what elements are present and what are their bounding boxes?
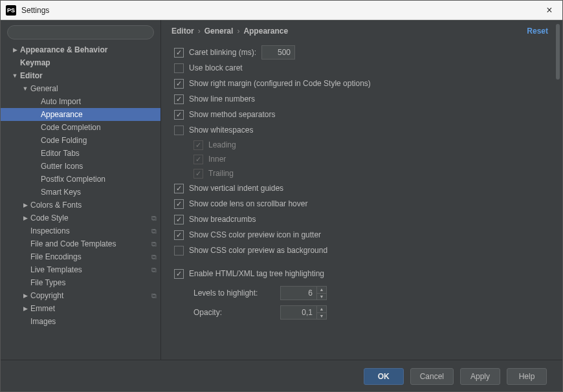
show-whitespaces-label: Show whitespaces: [189, 125, 253, 135]
sidebar-item-live-templates[interactable]: Live Templates⧉: [1, 263, 160, 276]
code-lens-checkbox[interactable]: [174, 199, 184, 209]
sidebar-item-emmet[interactable]: ▶Emmet: [1, 302, 160, 315]
scheme-icon: ⧉: [151, 227, 157, 235]
apply-button[interactable]: Apply: [460, 368, 500, 385]
levels-label: Levels to highlight:: [193, 289, 275, 298]
help-button[interactable]: Help: [507, 368, 547, 385]
scheme-icon: ⧉: [151, 214, 157, 223]
sidebar-item-label: Code Completion: [41, 123, 157, 132]
chevron-down-icon[interactable]: ▼: [21, 85, 29, 92]
sidebar-item-appearance-behavior[interactable]: ▶Appearance & Behavior: [1, 43, 160, 56]
use-block-caret-checkbox[interactable]: [174, 63, 184, 73]
chevron-right-icon[interactable]: ▶: [21, 292, 29, 299]
sidebar-item-file-types[interactable]: File Types: [1, 276, 160, 289]
breadcrumbs-label: Show breadcrumbs: [189, 215, 256, 224]
sidebar-item-label: Editor: [20, 71, 157, 80]
sidebar-item-postfix-completion[interactable]: Postfix Completion: [1, 173, 160, 186]
ok-button[interactable]: OK: [364, 368, 404, 385]
sidebar-item-label: Gutter Icons: [41, 162, 157, 171]
show-method-separators-checkbox[interactable]: [174, 110, 184, 120]
css-bg-checkbox[interactable]: [174, 246, 184, 256]
caret-blinking-checkbox[interactable]: [174, 48, 184, 58]
sidebar-item-code-style[interactable]: ▶Code Style⧉: [1, 212, 160, 224]
spin-down-icon[interactable]: ▼: [317, 313, 326, 320]
scheme-icon: ⧉: [151, 266, 157, 274]
code-lens-label: Show code lens on scrollbar hover: [189, 199, 307, 208]
breadcrumb-item: Appearance: [243, 27, 288, 36]
chevron-right-icon[interactable]: ▶: [21, 305, 29, 312]
css-gutter-checkbox[interactable]: [174, 230, 184, 240]
spin-up-icon[interactable]: ▲: [317, 306, 326, 313]
tag-tree-label: Enable HTML/XML tag tree highlighting: [189, 269, 324, 278]
sidebar-item-smart-keys[interactable]: Smart Keys: [1, 186, 160, 199]
opacity-input[interactable]: [280, 305, 316, 320]
sidebar-item-images[interactable]: Images: [1, 315, 160, 328]
sidebar-item-gutter-icons[interactable]: Gutter Icons: [1, 160, 160, 173]
scrollbar-thumb[interactable]: [556, 24, 560, 80]
sidebar-item-copyright[interactable]: ▶Copyright⧉: [1, 289, 160, 302]
trailing-label: Trailing: [208, 169, 234, 178]
settings-sidebar: ▶Appearance & BehaviorKeymap▼Editor▼Gene…: [1, 20, 161, 360]
window-title: Settings: [21, 6, 49, 15]
sidebar-item-label: Auto Import: [41, 97, 157, 106]
sidebar-item-label: Code Style: [30, 213, 151, 223]
show-line-numbers-label: Show line numbers: [189, 94, 255, 103]
sidebar-item-label: Live Templates: [30, 265, 151, 274]
cancel-button[interactable]: Cancel: [410, 368, 454, 385]
sidebar-item-inspections[interactable]: Inspections⧉: [1, 224, 160, 237]
app-logo-icon: PS: [6, 5, 16, 16]
reset-link[interactable]: Reset: [527, 27, 548, 36]
spin-up-icon[interactable]: ▲: [317, 287, 326, 294]
sidebar-item-appearance[interactable]: Appearance: [1, 108, 160, 121]
show-method-separators-label: Show method separators: [189, 110, 275, 119]
chevron-right-icon[interactable]: ▶: [11, 47, 19, 53]
breadcrumb-item: Editor: [171, 27, 194, 36]
chevron-right-icon[interactable]: ▶: [21, 202, 29, 208]
sidebar-item-colors-fonts[interactable]: ▶Colors & Fonts: [1, 199, 160, 212]
leading-checkbox[interactable]: [193, 140, 203, 150]
scheme-icon: ⧉: [151, 240, 157, 248]
settings-tree[interactable]: ▶Appearance & BehaviorKeymap▼Editor▼Gene…: [1, 43, 160, 360]
vertical-indent-checkbox[interactable]: [174, 184, 184, 193]
sidebar-item-label: File Types: [30, 278, 157, 287]
sidebar-item-label: Colors & Fonts: [30, 201, 157, 210]
show-line-numbers-checkbox[interactable]: [174, 94, 184, 104]
search-input[interactable]: [7, 25, 154, 39]
sidebar-item-general[interactable]: ▼General: [1, 82, 160, 95]
inner-checkbox[interactable]: [193, 155, 203, 164]
sidebar-item-label: Inspections: [30, 226, 151, 235]
caret-blinking-label: Caret blinking (ms):: [189, 48, 256, 57]
sidebar-item-label: Copyright: [30, 291, 151, 300]
sidebar-item-editor-tabs[interactable]: Editor Tabs: [1, 147, 160, 160]
sidebar-item-editor[interactable]: ▼Editor: [1, 69, 160, 82]
sidebar-item-code-folding[interactable]: Code Folding: [1, 134, 160, 147]
caret-blinking-input[interactable]: [261, 45, 295, 60]
breadcrumbs-checkbox[interactable]: [174, 215, 184, 224]
chevron-right-icon[interactable]: ▶: [21, 215, 29, 221]
chevron-right-icon: ›: [237, 27, 239, 36]
sidebar-item-file-and-code-templates[interactable]: File and Code Templates⧉: [1, 237, 160, 250]
levels-spinbox[interactable]: ▲▼: [280, 286, 327, 300]
sidebar-item-label: Images: [30, 317, 157, 326]
trailing-checkbox[interactable]: [193, 169, 203, 179]
sidebar-item-keymap[interactable]: Keymap: [1, 56, 160, 69]
tag-tree-checkbox[interactable]: [174, 269, 184, 279]
levels-input[interactable]: [280, 286, 316, 300]
sidebar-item-file-encodings[interactable]: File Encodings⧉: [1, 250, 160, 263]
opacity-label: Opacity:: [193, 308, 275, 317]
scrollbar[interactable]: [555, 20, 561, 360]
sidebar-item-label: File Encodings: [30, 252, 151, 261]
spin-down-icon[interactable]: ▼: [317, 294, 326, 300]
settings-main-panel: Editor › General › Appearance Reset Care…: [161, 20, 562, 360]
sidebar-item-label: Emmet: [30, 304, 157, 313]
show-right-margin-checkbox[interactable]: [174, 79, 184, 89]
close-icon[interactable]: ×: [542, 5, 557, 16]
opacity-spinbox[interactable]: ▲▼: [280, 305, 327, 320]
chevron-down-icon[interactable]: ▼: [11, 72, 19, 79]
sidebar-item-code-completion[interactable]: Code Completion: [1, 121, 160, 134]
sidebar-item-label: Appearance & Behavior: [20, 45, 157, 54]
show-whitespaces-checkbox[interactable]: [174, 125, 184, 135]
vertical-indent-label: Show vertical indent guides: [189, 184, 283, 193]
sidebar-item-auto-import[interactable]: Auto Import: [1, 95, 160, 108]
inner-label: Inner: [208, 155, 226, 164]
